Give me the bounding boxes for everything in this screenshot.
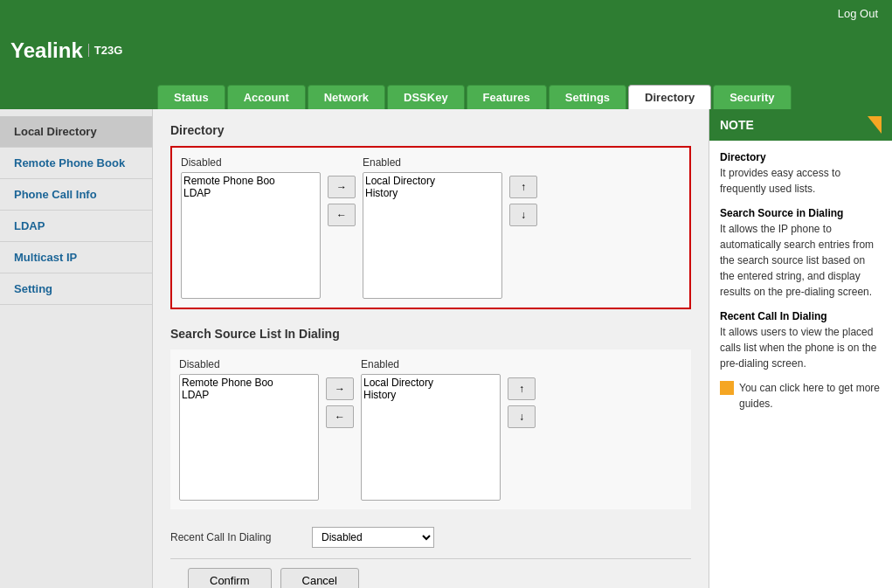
note-recent-title: Recent Call In Dialing [720,310,827,322]
header: Yealink T23G [0,26,892,74]
search-enabled-column: Enabled Local Directory History [361,358,501,501]
note-search-source: Search Source in Dialing It allows the I… [720,205,882,300]
directory-move-right-button[interactable]: → [328,176,356,198]
cancel-button[interactable]: Cancel [280,568,359,588]
search-arrow-buttons: → ← [326,377,354,428]
list-item[interactable]: History [363,389,498,401]
directory-enabled-list[interactable]: Local Directory History [363,172,502,299]
note-recent-text: It allows users to view the placed calls… [720,326,876,370]
list-item[interactable]: Local Directory [365,175,500,187]
note-panel: NOTE Directory It provides easy access t… [709,109,892,588]
tab-features[interactable]: Features [467,85,547,109]
logo-model: T23G [88,44,123,57]
search-source-section-title: Search Source List In Dialing [170,327,691,341]
list-item[interactable]: Local Directory [363,377,498,389]
search-disabled-label: Disabled [179,358,319,370]
directory-move-down-button[interactable]: ↓ [509,204,537,226]
sidebar-item-phone-call-info[interactable]: Phone Call Info [0,179,152,211]
sidebar-item-multicast-ip[interactable]: Multicast IP [0,242,152,273]
directory-disabled-list[interactable]: Remote Phone Boo LDAP [181,172,321,299]
note-recent-call: Recent Call In Dialing It allows users t… [720,308,882,371]
directory-order-buttons: ↑ ↓ [509,176,537,226]
sidebar-item-ldap[interactable]: LDAP [0,211,152,242]
directory-enabled-column: Enabled Local Directory History [363,156,502,299]
logo-brand: Yealink [10,38,83,63]
search-move-up-button[interactable]: ↑ [508,377,536,400]
note-directory-title: Directory [720,151,766,163]
list-item[interactable]: LDAP [183,187,318,199]
tab-status[interactable]: Status [157,85,225,109]
search-enabled-list[interactable]: Local Directory History [361,374,501,501]
search-move-down-button[interactable]: ↓ [508,405,536,428]
search-disabled-column: Disabled Remote Phone Boo LDAP [179,358,319,501]
tab-security[interactable]: Security [713,85,791,109]
recent-call-row: Recent Call In Dialing Disabled Enabled [170,527,691,548]
sidebar-item-remote-phone-book[interactable]: Remote Phone Book [0,148,152,179]
directory-box: Disabled Remote Phone Boo LDAP → ← Enabl… [170,146,691,309]
top-bar: Log Out [0,0,892,26]
sidebar-item-local-directory[interactable]: Local Directory [0,116,152,148]
main-layout: Local Directory Remote Phone Book Phone … [0,109,892,588]
note-guide: You can click here to get more guides. [720,380,882,412]
directory-arrow-buttons: → ← [328,176,356,226]
tab-dsskey[interactable]: DSSKey [387,85,465,109]
list-item[interactable]: Remote Phone Boo [183,175,318,187]
list-item[interactable]: LDAP [182,389,316,401]
search-source-list-section: Disabled Remote Phone Boo LDAP → ← Enabl… [179,358,682,501]
search-move-right-button[interactable]: → [326,377,354,400]
logo: Yealink T23G [10,38,122,63]
bottom-bar: Confirm Cancel [170,558,691,588]
directory-disabled-column: Disabled Remote Phone Boo LDAP [181,156,321,299]
list-item[interactable]: Remote Phone Boo [182,377,316,389]
search-enabled-label: Enabled [361,358,501,370]
list-item[interactable]: History [365,187,500,199]
search-source-box: Disabled Remote Phone Boo LDAP → ← Enabl… [170,349,691,509]
note-directory: Directory It provides easy access to fre… [720,149,882,197]
note-directory-text: It provides easy access to frequently us… [720,167,840,195]
directory-disabled-label: Disabled [181,156,321,169]
tab-settings[interactable]: Settings [549,85,626,109]
directory-move-left-button[interactable]: ← [328,204,356,226]
content-area: Directory Disabled Remote Phone Boo LDAP… [153,109,892,588]
search-order-buttons: ↑ ↓ [508,377,536,428]
guide-icon [720,381,734,395]
directory-move-up-button[interactable]: ↑ [509,176,537,198]
search-disabled-list[interactable]: Remote Phone Boo LDAP [179,374,319,501]
nav-tabs: Status Account Network DSSKey Features S… [0,74,892,109]
guide-text[interactable]: You can click here to get more guides. [739,380,882,412]
sidebar: Local Directory Remote Phone Book Phone … [0,109,153,588]
directory-section-title: Directory [170,123,691,137]
tab-directory[interactable]: Directory [628,85,711,109]
logout-link[interactable]: Log Out [838,7,878,20]
note-search-text: It allows the IP phone to automatically … [720,223,874,298]
note-corner-decoration [868,116,882,134]
directory-enabled-label: Enabled [363,156,502,169]
confirm-button[interactable]: Confirm [188,568,272,588]
tab-network[interactable]: Network [308,85,385,109]
recent-call-label: Recent Call In Dialing [170,531,301,543]
recent-call-select[interactable]: Disabled Enabled [312,527,434,548]
main-content: Directory Disabled Remote Phone Boo LDAP… [153,109,709,588]
note-body: Directory It provides easy access to fre… [709,141,892,420]
directory-list-section: Disabled Remote Phone Boo LDAP → ← Enabl… [181,156,681,299]
note-header: NOTE [709,109,892,141]
note-title: NOTE [720,118,754,132]
search-move-left-button[interactable]: ← [326,405,354,428]
note-search-title: Search Source in Dialing [720,207,843,219]
tab-account[interactable]: Account [227,85,306,109]
sidebar-item-setting[interactable]: Setting [0,273,152,305]
